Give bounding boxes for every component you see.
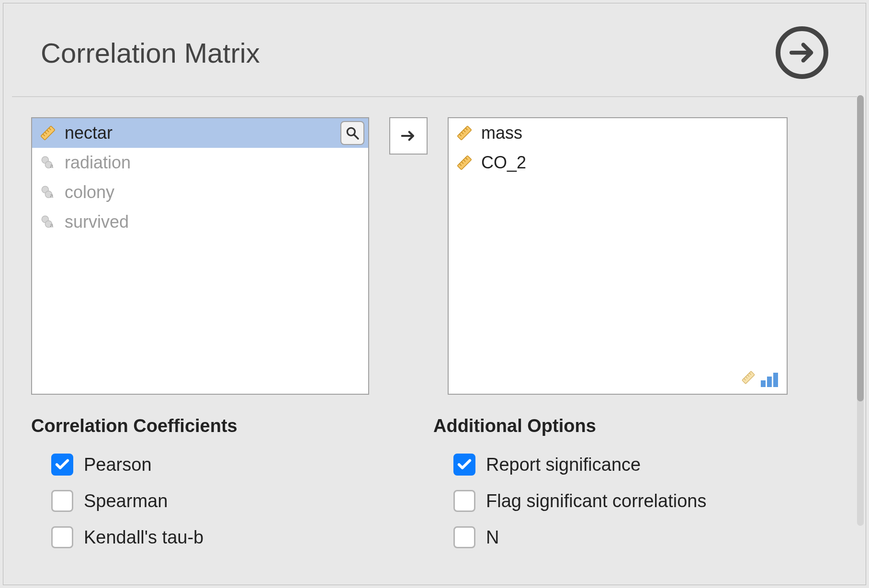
variable-item-survived[interactable]: a survived — [32, 207, 368, 237]
checkbox-row-pearson[interactable]: Pearson — [51, 453, 433, 477]
variable-label: nectar — [65, 123, 113, 143]
search-icon — [345, 125, 360, 141]
additional-options-section: Additional Options Report significance F… — [433, 416, 835, 562]
section-title-coefficients: Correlation Coefficients — [31, 416, 433, 436]
checkbox-label: Pearson — [84, 455, 152, 475]
checkbox-label: Report significance — [486, 455, 641, 475]
app-root: Correlation Matrix nectar — [0, 0, 869, 588]
svg-text:a: a — [50, 222, 54, 229]
checkbox-report-significance[interactable] — [453, 454, 475, 476]
bars-icon — [761, 373, 778, 387]
checkbox-label: Spearman — [84, 491, 168, 511]
arrow-right-icon — [786, 37, 818, 68]
variable-item-colony[interactable]: a colony — [32, 178, 368, 207]
proceed-button[interactable] — [776, 26, 828, 79]
search-button[interactable] — [340, 121, 364, 145]
svg-rect-21 — [457, 155, 472, 170]
variable-item-nectar[interactable]: nectar — [32, 118, 368, 148]
panel: Correlation Matrix nectar — [3, 3, 866, 585]
svg-rect-0 — [41, 126, 55, 140]
variable-label: CO_2 — [481, 153, 526, 173]
svg-text:a: a — [50, 162, 54, 169]
move-controls — [389, 117, 428, 395]
permitted-types-indicator — [741, 370, 778, 387]
correlation-coefficients-section: Correlation Coefficients Pearson Spearma… — [31, 416, 433, 562]
variable-item-radiation[interactable]: a radiation — [32, 148, 368, 178]
checkbox-label: N — [486, 527, 499, 548]
checkbox-flag-significant[interactable] — [453, 490, 475, 512]
checkbox-row-report-significance[interactable]: Report significance — [453, 453, 835, 477]
scrollbar[interactable] — [857, 95, 864, 526]
checkbox-row-spearman[interactable]: Spearman — [51, 489, 433, 513]
page-title: Correlation Matrix — [41, 37, 260, 69]
ruler-icon — [454, 153, 474, 173]
check-icon — [54, 456, 70, 473]
svg-rect-16 — [457, 126, 472, 140]
svg-rect-26 — [742, 371, 755, 384]
variable-label: survived — [65, 212, 129, 232]
variable-label: colony — [65, 182, 114, 202]
scrollbar-thumb[interactable] — [857, 95, 864, 401]
checkbox-row-kendall[interactable]: Kendall's tau-b — [51, 525, 433, 549]
ruler-icon — [454, 123, 474, 143]
target-variables-list[interactable]: mass CO_2 — [448, 117, 788, 395]
nominal-icon: a — [38, 153, 58, 173]
move-right-button[interactable] — [389, 117, 428, 155]
options-area: Correlation Coefficients Pearson Spearma… — [3, 395, 866, 562]
variable-assignment-area: nectar a radiation a colony — [3, 97, 866, 395]
checkbox-n[interactable] — [453, 526, 475, 548]
checkbox-spearman[interactable] — [51, 490, 73, 512]
ruler-icon — [741, 370, 756, 387]
variable-item-mass[interactable]: mass — [449, 118, 787, 148]
nominal-icon: a — [38, 182, 58, 202]
checkbox-kendall[interactable] — [51, 526, 73, 548]
variable-label: radiation — [65, 153, 131, 173]
checkbox-pearson[interactable] — [51, 454, 73, 476]
check-icon — [456, 456, 473, 473]
nominal-icon: a — [38, 212, 58, 232]
checkbox-row-flag-significant[interactable]: Flag significant correlations — [453, 489, 835, 513]
checkbox-label: Flag significant correlations — [486, 491, 706, 511]
checkbox-label: Kendall's tau-b — [84, 527, 203, 548]
arrow-right-icon — [399, 126, 418, 145]
svg-text:a: a — [50, 192, 54, 199]
svg-line-6 — [354, 135, 358, 139]
ruler-icon — [38, 123, 58, 143]
section-title-additional: Additional Options — [433, 416, 835, 436]
variable-label: mass — [481, 123, 522, 143]
checkbox-row-n[interactable]: N — [453, 525, 835, 549]
header: Correlation Matrix — [12, 3, 857, 97]
variable-item-co2[interactable]: CO_2 — [449, 148, 787, 178]
available-variables-list[interactable]: nectar a radiation a colony — [31, 117, 369, 395]
